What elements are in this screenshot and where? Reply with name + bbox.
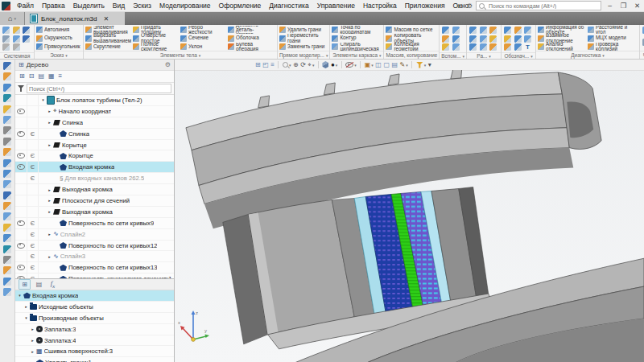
- cut-icon[interactable]: [3, 266, 11, 274]
- tree-item[interactable]: ▸Выходная кромка: [15, 207, 174, 218]
- section-button[interactable]: Сечение: [180, 34, 228, 42]
- model-icon[interactable]: [3, 62, 11, 70]
- links-icon[interactable]: [3, 256, 11, 264]
- visibility-cell[interactable]: [15, 262, 27, 273]
- visibility-cell[interactable]: [15, 117, 27, 128]
- object-info-button[interactable]: Информация об объекте: [538, 26, 588, 34]
- section-cell[interactable]: Є: [27, 162, 39, 172]
- ribbon-group-label-drawing[interactable]: Ч...: [640, 51, 644, 59]
- section-cell[interactable]: [27, 207, 39, 217]
- settings-gear-icon[interactable]: ⚙: [467, 2, 473, 10]
- section-cell[interactable]: Є: [27, 229, 39, 240]
- rib-button[interactable]: Ребро жесткости: [180, 26, 228, 34]
- radial-dim-icon[interactable]: [489, 27, 497, 34]
- filter-icon[interactable]: ▾: [416, 62, 427, 68]
- expand-arrow-icon[interactable]: ▾: [23, 315, 29, 320]
- linear-dim-icon[interactable]: [469, 27, 477, 34]
- subtree-tab-structure[interactable]: ⊞: [19, 279, 31, 290]
- home-menu-button[interactable]: ⌂ ▾: [0, 12, 25, 25]
- section-cell[interactable]: [27, 117, 39, 128]
- style-icon[interactable]: ✎▾: [400, 62, 408, 68]
- sketch-icon[interactable]: [3, 94, 11, 102]
- expand-arrow-icon[interactable]: ▸: [47, 120, 52, 125]
- visibility-cell[interactable]: [15, 140, 27, 150]
- snap-icon[interactable]: [3, 72, 11, 80]
- tree-item[interactable]: ▸Выходная кромка: [15, 184, 174, 195]
- ribbon-group-label-dimensions[interactable]: Ра...▾: [467, 52, 501, 59]
- settings-a-icon[interactable]: [3, 126, 11, 134]
- autoline-button[interactable]: Автолиния: [36, 26, 81, 34]
- ribbon-group-label-auxiliary[interactable]: Вспом...▾: [440, 52, 466, 59]
- section-cell[interactable]: [27, 195, 39, 206]
- roughness-icon[interactable]: [524, 27, 531, 34]
- tree-item[interactable]: ЄПоверхность по сети кривых12: [15, 241, 174, 252]
- mark-icon[interactable]: [514, 35, 522, 43]
- ribbon-group-label-wireframe[interactable]: Элементы каркаса▾: [330, 51, 383, 59]
- expand-arrow-icon[interactable]: ▸: [47, 198, 52, 203]
- tree-item[interactable]: ▸Спинка: [15, 117, 174, 129]
- layers-icon[interactable]: [3, 234, 11, 242]
- add-part-stock-button[interactable]: Добавить деталь-заготов...: [228, 26, 275, 34]
- tree-item[interactable]: ▸Корытце: [15, 140, 174, 151]
- aux-curve-icon[interactable]: [442, 43, 449, 51]
- grouping-icon[interactable]: ▤: [38, 73, 44, 80]
- ribbon-group-label-direct-modeling[interactable]: Прямое моделир...▾: [278, 51, 329, 59]
- composition-icon[interactable]: ▦: [48, 73, 55, 80]
- expand-arrow-icon[interactable]: ▸: [30, 338, 35, 343]
- section-cell[interactable]: [27, 106, 39, 117]
- tab-close-icon[interactable]: ✕: [103, 15, 109, 23]
- menu-item-Приложения[interactable]: Приложения: [401, 2, 449, 10]
- save-icon[interactable]: [23, 27, 30, 34]
- visibility-cell[interactable]: [15, 129, 27, 139]
- ribbon-group-label-pattern-copy[interactable]: Массив, копирование: [384, 51, 439, 59]
- expand-arrow-icon[interactable]: ▸: [47, 187, 52, 192]
- diameter-dim-icon[interactable]: [469, 35, 477, 43]
- datum-icon[interactable]: [514, 27, 522, 34]
- tree-item[interactable]: ▸Плоскости для сечений: [15, 195, 174, 207]
- layers-view-icon[interactable]: ≡: [59, 73, 63, 80]
- close-button[interactable]: ✕: [632, 2, 642, 10]
- rotate-tool-icon[interactable]: [3, 159, 11, 167]
- tree-item[interactable]: ЄПоверхность по сети кривых13: [15, 262, 174, 274]
- relations-icon[interactable]: ⊟: [29, 73, 35, 80]
- subtree-tab-list[interactable]: ▤: [34, 280, 44, 289]
- eye-icon[interactable]: [17, 243, 25, 249]
- aux-lcs-icon[interactable]: [452, 35, 460, 43]
- tree-item[interactable]: ▸Заплатка:4: [15, 335, 174, 347]
- position-icon[interactable]: [524, 35, 531, 43]
- menu-item-Вид[interactable]: Вид: [109, 2, 129, 10]
- eye-icon[interactable]: [17, 265, 25, 270]
- document-tab[interactable]: Блок_лопаток.m3d ✕: [25, 12, 125, 25]
- section-cell[interactable]: Є: [27, 218, 39, 228]
- workspace-icon[interactable]: [3, 105, 11, 113]
- point-by-coords-button[interactable]: Точка по координатам: [332, 26, 382, 34]
- eye-icon[interactable]: [17, 153, 25, 158]
- expand-arrow-icon[interactable]: ▸: [30, 349, 35, 354]
- copy-objects-button[interactable]: Копировать объекты: [386, 34, 436, 42]
- section-cell[interactable]: [27, 184, 39, 195]
- mutual-deviation-button[interactable]: Взаимное отклонение: [538, 34, 588, 42]
- panel-layout-icon[interactable]: ⊞: [255, 62, 261, 68]
- visibility-cell[interactable]: [15, 207, 27, 217]
- new-doc-icon[interactable]: [2, 27, 10, 34]
- height-dim-icon[interactable]: [489, 35, 497, 43]
- tree-item[interactable]: ▸Заплатка:3: [15, 324, 174, 335]
- geometry-collection-button[interactable]: Коллекция геометрии: [386, 43, 436, 51]
- rotate-icon[interactable]: ⟳: [300, 62, 306, 68]
- sheet-icon[interactable]: ▤: [391, 62, 398, 68]
- tree-item[interactable]: ▾Блок лопаток турбины (Тел-2): [15, 95, 174, 106]
- aux-axis-icon[interactable]: [452, 27, 460, 34]
- appearance-icon[interactable]: ●▾: [331, 62, 337, 68]
- menu-item-Файл[interactable]: Файл: [13, 2, 38, 10]
- visibility-cell[interactable]: [15, 241, 27, 251]
- boolean-button[interactable]: Булева операция: [228, 43, 275, 51]
- expand-arrow-icon[interactable]: ▸: [47, 254, 52, 259]
- tree-item[interactable]: ▸▦Сшивка поверхностей:3: [15, 346, 174, 357]
- command-search-input[interactable]: [487, 2, 598, 10]
- tree-structure-icon[interactable]: ⊞: [19, 73, 25, 80]
- collision-check-button[interactable]: Проверка коллизий: [588, 43, 638, 51]
- ribbon-group-label-annotations[interactable]: Обознач...▾: [502, 52, 535, 59]
- center-icon[interactable]: [514, 43, 522, 51]
- section-cell[interactable]: Є: [27, 241, 39, 251]
- move-faces-button[interactable]: Переместить грани: [279, 34, 326, 42]
